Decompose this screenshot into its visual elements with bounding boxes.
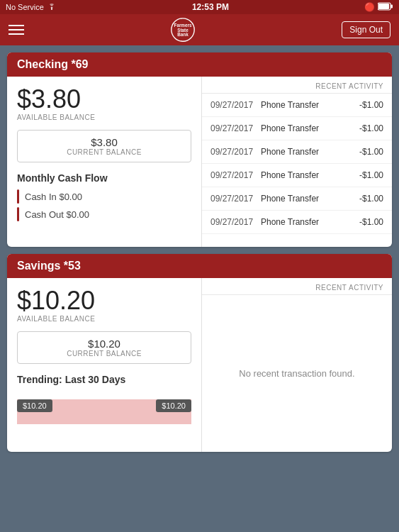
activity-desc: Phone Transfer [257,217,359,227]
battery-icon [378,2,393,12]
cash-flow-section: Monthly Cash Flow Cash In $0.00 Cash Out… [17,172,191,221]
no-transactions-message: No recent transaction found. [202,295,392,452]
activity-amount: -$1.00 [359,147,383,157]
menu-icon[interactable] [9,25,24,35]
savings-current-balance-box: $10.20 CURRENT BALANCE [17,331,191,364]
service-label: No Service [6,3,44,11]
table-row: 09/27/2017 Phone Transfer -$1.00 [202,164,392,187]
savings-left-panel: $10.20 AVAILABLE BALANCE $10.20 CURRENT … [7,278,202,452]
nav-bar: Farmers State Bank Sign Out [0,14,399,45]
checking-account-card: Checking *69 $3.80 AVAILABLE BALANCE $3.… [7,52,392,247]
checking-left-panel: $3.80 AVAILABLE BALANCE $3.80 CURRENT BA… [7,77,202,247]
table-row: 09/27/2017 Phone Transfer -$1.00 [202,187,392,211]
checking-current-balance-box: $3.80 CURRENT BALANCE [17,130,191,162]
cash-out-bar [17,207,19,221]
activity-amount: -$1.00 [359,123,383,133]
savings-account-card: Savings *53 $10.20 AVAILABLE BALANCE $10… [7,254,392,452]
trending-title: Trending: Last 30 Days [17,374,191,385]
table-row: 09/27/2017 Phone Transfer -$1.00 [202,140,392,164]
activity-amount: -$1.00 [359,217,383,227]
checking-available-amount: $3.80 [17,87,191,112]
cash-in-bar [17,189,19,204]
savings-right-panel: RECENT ACTIVITY No recent transaction fo… [202,278,392,452]
svg-text:Bank: Bank [177,32,189,37]
checking-header: Checking *69 [7,52,392,77]
cash-out-label: Cash Out $0.00 [25,209,89,220]
trending-section: Trending: Last 30 Days $10.20 $10.20 [17,374,191,442]
status-right: 🔴 [364,2,393,12]
activity-amount: -$1.00 [359,100,383,110]
activity-date: 09/27/2017 [210,123,257,133]
checking-right-panel: RECENT ACTIVITY 09/27/2017 Phone Transfe… [202,77,392,247]
activity-amount: -$1.00 [359,194,383,204]
activity-desc: Phone Transfer [257,170,359,180]
cash-out-item: Cash Out $0.00 [17,207,191,221]
table-row: 09/27/2017 Phone Transfer -$1.00 [202,211,392,234]
activity-date: 09/27/2017 [210,100,257,110]
activity-date: 09/27/2017 [210,170,257,180]
status-left: No Service [6,3,57,11]
trend-chart: $10.20 $10.20 [17,399,191,442]
activity-desc: Phone Transfer [257,147,359,157]
svg-rect-2 [390,5,393,9]
checking-current-label: CURRENT BALANCE [23,148,185,156]
trend-label-left: $10.20 [17,399,52,412]
savings-available-label: AVAILABLE BALANCE [17,315,191,323]
savings-current-amount: $10.20 [23,338,185,350]
svg-point-0 [51,9,52,10]
wifi-icon [47,3,57,11]
main-content: Checking *69 $3.80 AVAILABLE BALANCE $3.… [0,45,399,532]
activity-desc: Phone Transfer [257,194,359,204]
activity-date: 09/27/2017 [210,194,257,204]
activity-date: 09/27/2017 [210,217,257,227]
table-row: 09/27/2017 Phone Transfer -$1.00 [202,94,392,117]
checking-activity-header: RECENT ACTIVITY [202,77,392,94]
status-bar: No Service 12:53 PM 🔴 [0,0,399,14]
cash-flow-title: Monthly Cash Flow [17,172,191,184]
checking-available-label: AVAILABLE BALANCE [17,113,191,121]
svg-rect-3 [378,4,389,9]
activity-amount: -$1.00 [359,170,383,180]
cash-in-item: Cash In $0.00 [17,189,191,204]
checking-current-amount: $3.80 [23,136,185,148]
savings-available-amount: $10.20 [17,288,191,314]
time-display: 12:53 PM [192,2,229,12]
cash-in-label: Cash In $0.00 [25,192,82,202]
activity-date: 09/27/2017 [210,147,257,157]
savings-current-label: CURRENT BALANCE [23,350,185,358]
savings-header: Savings *53 [7,254,392,278]
savings-body: $10.20 AVAILABLE BALANCE $10.20 CURRENT … [7,278,392,452]
trend-label-right: $10.20 [156,399,191,412]
activity-desc: Phone Transfer [257,123,359,133]
bluetooth-icon: 🔴 [364,2,375,12]
checking-activity-list: 09/27/2017 Phone Transfer -$1.00 09/27/2… [202,94,392,247]
bank-logo: Farmers State Bank [170,17,196,43]
checking-body: $3.80 AVAILABLE BALANCE $3.80 CURRENT BA… [7,77,392,247]
savings-activity-header: RECENT ACTIVITY [202,278,392,295]
table-row: 09/27/2017 Phone Transfer -$1.00 [202,117,392,140]
sign-out-button[interactable]: Sign Out [342,21,390,38]
activity-desc: Phone Transfer [257,100,359,110]
